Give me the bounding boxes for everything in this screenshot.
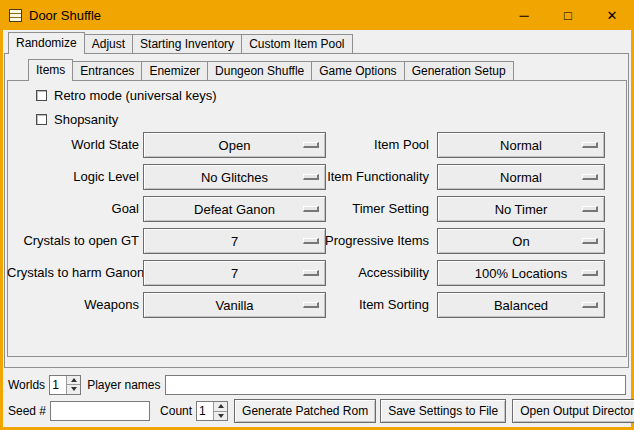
goal-label: Goal bbox=[7, 196, 139, 222]
crystals-ganon-label: Crystals to harm Ganon bbox=[7, 260, 139, 286]
worlds-input[interactable] bbox=[50, 376, 66, 394]
dropdown-indicator-icon bbox=[303, 270, 319, 276]
player-names-label: Player names bbox=[87, 378, 160, 392]
worlds-spinbox bbox=[49, 375, 81, 395]
item-functionality-dropdown[interactable]: Normal bbox=[437, 164, 605, 190]
dropdown-indicator-icon bbox=[582, 270, 598, 276]
shopsanity-checkbox[interactable] bbox=[36, 114, 47, 125]
item-pool-label: Item Pool bbox=[325, 132, 429, 158]
tab-adjust[interactable]: Adjust bbox=[84, 34, 133, 53]
tab-entrances[interactable]: Entrances bbox=[72, 61, 142, 80]
dropdown-indicator-icon bbox=[582, 206, 598, 212]
shopsanity-checkbox-row: Shopsanity bbox=[36, 112, 118, 127]
weapons-label: Weapons bbox=[7, 292, 139, 318]
tab-starting-inventory[interactable]: Starting Inventory bbox=[132, 34, 242, 53]
world-state-value: Open bbox=[219, 138, 251, 153]
dropdown-indicator-icon bbox=[582, 302, 598, 308]
dropdown-indicator-icon bbox=[582, 238, 598, 244]
dropdown-indicator-icon bbox=[582, 174, 598, 180]
maximize-icon[interactable]: □ bbox=[546, 0, 590, 30]
dropdown-indicator-icon bbox=[303, 174, 319, 180]
dropdown-indicator-icon bbox=[303, 206, 319, 212]
count-input[interactable] bbox=[197, 402, 213, 420]
accessibility-label: Accessibility bbox=[325, 260, 429, 286]
dropdown-indicator-icon bbox=[303, 142, 319, 148]
retro-mode-checkbox[interactable] bbox=[36, 90, 47, 101]
count-spinbox bbox=[196, 401, 228, 421]
window-title: Door Shuffle bbox=[29, 8, 101, 23]
timer-setting-value: No Timer bbox=[495, 202, 548, 217]
crystals-ganon-value: 7 bbox=[231, 266, 238, 281]
tab-dungeon-shuffle[interactable]: Dungeon Shuffle bbox=[207, 61, 312, 80]
progressive-items-value: On bbox=[512, 234, 529, 249]
dropdown-indicator-icon bbox=[582, 142, 598, 148]
minimize-icon[interactable]: ─ bbox=[502, 0, 546, 30]
timer-setting-label: Timer Setting bbox=[325, 196, 429, 222]
player-names-input[interactable] bbox=[165, 375, 627, 395]
item-functionality-label: Item Functionality bbox=[325, 164, 429, 190]
window: Door Shuffle ─ □ ✕ Randomize Adjust Star… bbox=[0, 0, 634, 430]
shopsanity-label: Shopsanity bbox=[54, 112, 118, 127]
seed-input[interactable] bbox=[50, 401, 150, 421]
timer-setting-dropdown[interactable]: No Timer bbox=[437, 196, 605, 222]
progressive-items-dropdown[interactable]: On bbox=[437, 228, 605, 254]
count-spin-arrows bbox=[213, 402, 227, 420]
close-icon[interactable]: ✕ bbox=[590, 0, 634, 30]
outer-tab-bar: Randomize Adjust Starting Inventory Cust… bbox=[8, 32, 352, 54]
retro-mode-checkbox-row: Retro mode (universal keys) bbox=[36, 88, 217, 103]
window-controls: ─ □ ✕ bbox=[502, 0, 634, 30]
tab-randomize[interactable]: Randomize bbox=[8, 32, 85, 54]
open-output-button[interactable]: Open Output Directory bbox=[512, 399, 634, 423]
seed-label: Seed # bbox=[8, 404, 46, 418]
crystals-gt-label: Crystals to open GT bbox=[7, 228, 139, 254]
item-pool-value: Normal bbox=[500, 138, 542, 153]
logic-level-label: Logic Level bbox=[7, 164, 139, 190]
goal-value: Defeat Ganon bbox=[194, 202, 275, 217]
world-state-label: World State bbox=[7, 132, 139, 158]
accessibility-dropdown[interactable]: 100% Locations bbox=[437, 260, 605, 286]
item-sorting-label: Item Sorting bbox=[325, 292, 429, 318]
titlebar: Door Shuffle ─ □ ✕ bbox=[0, 0, 634, 30]
inner-tab-bar: Items Entrances Enemizer Dungeon Shuffle… bbox=[28, 59, 513, 81]
world-state-dropdown[interactable]: Open bbox=[143, 132, 326, 158]
weapons-dropdown[interactable]: Vanilla bbox=[143, 292, 326, 318]
item-functionality-value: Normal bbox=[500, 170, 542, 185]
worlds-label: Worlds bbox=[8, 378, 45, 392]
crystals-ganon-dropdown[interactable]: 7 bbox=[143, 260, 326, 286]
tab-generation-setup[interactable]: Generation Setup bbox=[404, 61, 514, 80]
weapons-value: Vanilla bbox=[215, 298, 253, 313]
generate-rom-button[interactable]: Generate Patched Rom bbox=[234, 399, 376, 423]
crystals-gt-dropdown[interactable]: 7 bbox=[143, 228, 326, 254]
save-settings-button[interactable]: Save Settings to File bbox=[380, 399, 506, 423]
item-sorting-value: Balanced bbox=[494, 298, 548, 313]
retro-mode-label: Retro mode (universal keys) bbox=[54, 88, 217, 103]
logic-level-dropdown[interactable]: No Glitches bbox=[143, 164, 326, 190]
spin-up-icon[interactable] bbox=[214, 402, 227, 411]
spin-up-icon[interactable] bbox=[67, 376, 80, 385]
client-area: Randomize Adjust Starting Inventory Cust… bbox=[3, 30, 631, 427]
item-pool-dropdown[interactable]: Normal bbox=[437, 132, 605, 158]
worlds-spin-arrows bbox=[66, 376, 80, 394]
spin-down-icon[interactable] bbox=[214, 411, 227, 421]
spin-down-icon[interactable] bbox=[67, 384, 80, 394]
seed-row: Seed # Count Generate Patched Rom Save S… bbox=[8, 399, 626, 423]
app-icon bbox=[9, 9, 22, 22]
logic-level-value: No Glitches bbox=[201, 170, 268, 185]
crystals-gt-value: 7 bbox=[231, 234, 238, 249]
accessibility-value: 100% Locations bbox=[475, 266, 568, 281]
tab-custom-item-pool[interactable]: Custom Item Pool bbox=[241, 34, 352, 53]
dropdown-indicator-icon bbox=[303, 238, 319, 244]
tab-enemizer[interactable]: Enemizer bbox=[141, 61, 208, 80]
tab-items[interactable]: Items bbox=[28, 59, 73, 81]
progressive-items-label: Progressive Items bbox=[325, 228, 429, 254]
count-label: Count bbox=[160, 404, 192, 418]
worlds-row: Worlds Player names bbox=[8, 374, 626, 395]
dropdown-indicator-icon bbox=[303, 302, 319, 308]
item-sorting-dropdown[interactable]: Balanced bbox=[437, 292, 605, 318]
goal-dropdown[interactable]: Defeat Ganon bbox=[143, 196, 326, 222]
tab-game-options[interactable]: Game Options bbox=[311, 61, 404, 80]
